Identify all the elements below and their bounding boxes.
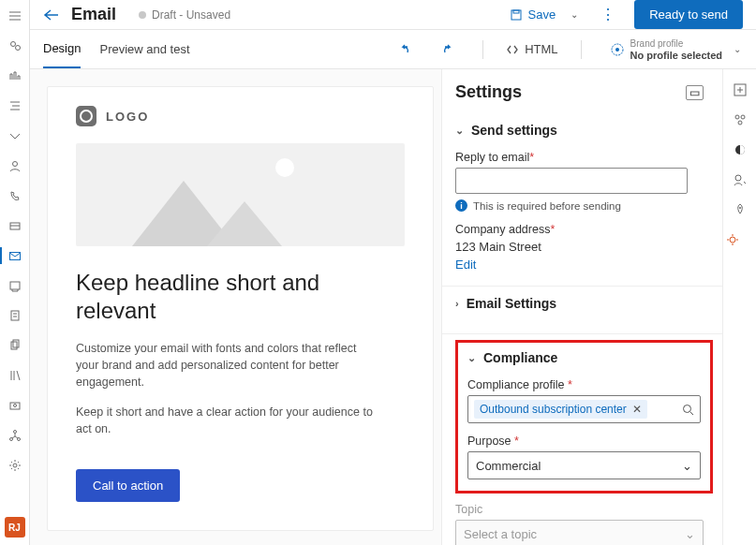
mountain-icon <box>207 201 282 246</box>
nav-icon-3[interactable] <box>0 94 30 118</box>
draft-status: Draft - Unsaved <box>139 8 230 22</box>
status-dot-icon <box>139 11 146 19</box>
nav-icon-library[interactable] <box>0 363 30 388</box>
reply-to-label: Reply to email* <box>455 151 722 164</box>
chevron-down-icon: ⌄ <box>467 352 476 364</box>
nav-icon-settings[interactable] <box>0 453 30 478</box>
nav-icon-forms[interactable] <box>0 303 30 328</box>
email-canvas[interactable]: LOGO Keep headline short and relevant Cu… <box>47 86 434 531</box>
logo-block: LOGO <box>76 106 405 126</box>
topic-placeholder: Select a topic <box>464 527 537 541</box>
nav-icon-1[interactable] <box>0 34 30 58</box>
rocket-icon[interactable] <box>733 202 748 217</box>
svg-point-22 <box>741 115 745 119</box>
hamburger-icon[interactable] <box>0 4 30 28</box>
hero-image-placeholder[interactable] <box>76 143 405 246</box>
compliance-profile-input[interactable]: Outbound subscription center ✕ <box>467 395 701 423</box>
tab-preview[interactable]: Preview and test <box>99 31 189 67</box>
save-button[interactable]: Save <box>510 7 556 22</box>
svg-point-2 <box>12 162 17 167</box>
more-button[interactable]: ⋮ <box>593 6 623 23</box>
nav-icon-email[interactable] <box>0 243 30 268</box>
nav-icon-hierarchy[interactable] <box>0 423 30 448</box>
redo-button[interactable] <box>436 39 460 60</box>
svg-rect-16 <box>513 10 519 13</box>
dock-icon[interactable]: ▭ <box>686 85 704 100</box>
headline-text[interactable]: Keep headline short and relevant <box>76 269 357 325</box>
svg-point-21 <box>735 115 739 119</box>
top-bar: Email Draft - Unsaved Save ⌄ ⋮ Ready to … <box>30 0 756 30</box>
settings-gear-icon[interactable] <box>725 232 756 247</box>
nav-icon-person[interactable] <box>0 154 30 178</box>
add-element-icon[interactable] <box>733 82 748 97</box>
undo-button[interactable] <box>393 39 417 60</box>
purpose-select[interactable]: Commercial ⌄ <box>467 451 701 479</box>
nav-icon-5[interactable] <box>0 273 30 298</box>
topic-select[interactable]: Select a topic ⌄ <box>455 520 704 545</box>
svg-point-10 <box>13 405 16 407</box>
brand-profile-label: Brand profile <box>630 38 722 50</box>
reply-to-input[interactable] <box>455 168 688 194</box>
save-icon <box>510 8 523 22</box>
search-icon[interactable] <box>682 404 694 416</box>
svg-rect-7 <box>11 342 17 349</box>
nav-icon-phone[interactable] <box>0 184 30 208</box>
svg-point-14 <box>13 464 17 467</box>
svg-point-23 <box>738 121 742 125</box>
chevron-down-icon: ⌄ <box>682 459 692 473</box>
tab-design[interactable]: Design <box>43 30 81 68</box>
chevron-down-icon: ⌄ <box>728 44 747 54</box>
settings-title: Settings <box>455 82 522 102</box>
svg-rect-5 <box>10 282 20 289</box>
chevron-down-icon: ⌄ <box>455 125 464 137</box>
html-button[interactable]: HTML <box>506 42 557 56</box>
compliance-section-highlight: ⌄ Compliance Compliance profile * Outbou… <box>455 340 713 493</box>
edit-link[interactable]: Edit <box>455 258 476 272</box>
personalize-icon[interactable] <box>733 172 748 187</box>
compliance-profile-value: Outbound subscription center <box>480 403 627 416</box>
left-nav-rail: RJ <box>0 0 30 545</box>
required-info: i This is required before sending <box>455 199 722 212</box>
purpose-value: Commercial <box>476 459 541 473</box>
nav-icon-card[interactable] <box>0 214 30 238</box>
svg-rect-6 <box>11 311 19 320</box>
nav-icon-6[interactable] <box>0 393 30 418</box>
required-info-text: This is required before sending <box>473 200 621 212</box>
brand-profile-value: No profile selected <box>630 50 722 61</box>
svg-point-25 <box>735 175 741 181</box>
brand-profile-selector[interactable]: Brand profile No profile selected ⌄ <box>604 38 747 61</box>
chevron-right-icon: › <box>455 298 459 309</box>
nav-icon-4[interactable] <box>0 124 30 148</box>
layout-icon[interactable] <box>733 112 748 127</box>
cta-button[interactable]: Call to action <box>76 469 180 502</box>
send-settings-header[interactable]: ⌄ Send settings <box>455 113 722 147</box>
body-paragraph-1[interactable]: Customize your email with fonts and colo… <box>76 340 376 390</box>
code-icon <box>506 43 519 56</box>
remove-pill-button[interactable]: ✕ <box>632 403 642 416</box>
user-avatar[interactable]: RJ <box>5 517 25 538</box>
html-label: HTML <box>525 42 557 56</box>
nav-icon-2[interactable] <box>0 64 30 88</box>
compliance-label: Compliance <box>483 350 557 365</box>
chevron-down-icon: ⌄ <box>685 527 695 541</box>
email-settings-header[interactable]: › Email Settings <box>455 287 722 320</box>
svg-point-0 <box>10 42 15 47</box>
company-address-label: Company address* <box>455 223 722 236</box>
back-button[interactable] <box>43 8 60 22</box>
sun-icon <box>275 158 294 177</box>
email-settings-label: Email Settings <box>467 296 556 311</box>
svg-rect-8 <box>13 340 19 347</box>
compliance-header[interactable]: ⌄ Compliance <box>467 350 701 375</box>
brand-profile-icon <box>610 42 625 57</box>
save-dropdown[interactable]: ⌄ <box>567 9 582 20</box>
body-paragraph-2[interactable]: Keep it short and have a clear action fo… <box>76 404 376 437</box>
svg-point-11 <box>13 431 16 434</box>
company-address-value: 123 Main Street <box>455 240 722 254</box>
svg-point-1 <box>15 46 20 51</box>
theme-icon[interactable] <box>733 142 748 157</box>
save-label: Save <box>528 7 556 22</box>
ready-to-send-button[interactable]: Ready to send <box>634 0 743 29</box>
svg-point-19 <box>684 405 691 412</box>
right-tool-rail <box>722 69 756 545</box>
nav-icon-copy[interactable] <box>0 333 30 358</box>
